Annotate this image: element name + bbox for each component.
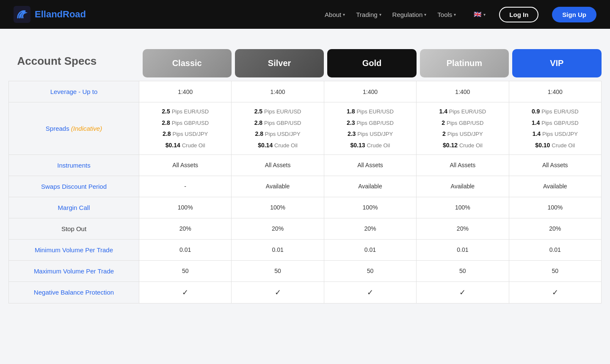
row-label-8: Negative Balance Protection xyxy=(9,281,139,303)
row-label-0: Leverage - Up to xyxy=(9,81,139,102)
spread-number: 1.4 xyxy=(533,130,541,137)
gold-column-header[interactable]: Gold xyxy=(327,49,416,77)
login-button[interactable]: Log In xyxy=(499,7,538,22)
spread-number: 2.8 xyxy=(162,119,170,126)
spread-number: 2.3 xyxy=(348,130,356,137)
nav-about[interactable]: About ▾ xyxy=(320,8,349,21)
cell-r0-c4: 1:400 xyxy=(509,81,601,102)
cell-r0-c2: 1:400 xyxy=(324,81,416,102)
cell-r3-c4: Available xyxy=(509,176,601,197)
cell-r4-c3: 100% xyxy=(417,197,509,218)
nav-trading[interactable]: Trading ▾ xyxy=(352,8,385,21)
table-row: Swaps Discount Period-AvailableAvailable… xyxy=(9,176,602,197)
navbar: EllandRoad About ▾ Trading ▾ Regulation … xyxy=(0,0,610,29)
cell-r0-c3: 1:400 xyxy=(417,81,509,102)
spread-number: 2.5 xyxy=(162,108,170,115)
row-label-2: Instruments xyxy=(9,154,139,176)
table-row: Maximum Volume Per Trade5050505050 xyxy=(9,260,602,281)
classic-column-header[interactable]: Classic xyxy=(143,49,232,77)
table-row: Minimum Volume Per Trade0.010.010.010.01… xyxy=(9,239,602,260)
spread-label: Pips USD/JPY xyxy=(172,131,208,137)
cell-r7-c4: 50 xyxy=(509,260,601,281)
checkmark-icon: ✓ xyxy=(275,288,281,297)
spread-number: 2 xyxy=(442,119,445,126)
cell-r2-c3: All Assets xyxy=(417,154,509,176)
chevron-down-icon: ▾ xyxy=(454,12,456,17)
spread-label: Pips GBP/USD xyxy=(356,120,393,126)
cell-spreads-c2: 1.8 Pips EUR/USD2.3 Pips GBP/USD2.3 Pips… xyxy=(324,102,416,155)
spread-label: Pips EUR/USD xyxy=(449,108,486,115)
spread-number: $0.13 xyxy=(351,142,365,149)
spread-label: Pips EUR/USD xyxy=(264,108,301,115)
cell-r6-c4: 0.01 xyxy=(509,239,601,260)
chevron-down-icon: ▾ xyxy=(343,12,345,17)
checkmark-icon: ✓ xyxy=(182,288,188,297)
logo-text: EllandRoad xyxy=(35,9,86,20)
cell-check-c4: ✓ xyxy=(509,281,601,303)
spread-label: Pips EUR/USD xyxy=(541,108,578,115)
spread-label: Pips USD/JPY xyxy=(447,131,483,137)
spread-number: 2.8 xyxy=(255,130,263,137)
row-label-3: Swaps Discount Period xyxy=(9,176,139,197)
table-row: Negative Balance Protection✓✓✓✓✓ xyxy=(9,281,602,303)
spread-label: Pips USD/JPY xyxy=(357,131,393,137)
spread-number: $0.12 xyxy=(443,142,458,149)
spread-label: Pips EUR/USD xyxy=(356,108,393,115)
nav-tools[interactable]: Tools ▾ xyxy=(433,8,460,21)
language-selector[interactable]: 🇬🇧 ▾ xyxy=(474,11,486,18)
cell-r3-c0: - xyxy=(139,176,232,197)
nav-regulation[interactable]: Regulation ▾ xyxy=(388,8,431,21)
cell-r4-c1: 100% xyxy=(232,197,324,218)
vip-column-header[interactable]: VIP xyxy=(512,49,601,77)
row-label-6: Minimum Volume Per Trade xyxy=(9,239,139,260)
spread-number: 2.5 xyxy=(254,108,262,115)
checkmark-icon: ✓ xyxy=(459,288,466,297)
cell-r7-c0: 50 xyxy=(139,260,232,281)
cell-check-c0: ✓ xyxy=(139,281,232,303)
spread-number: $0.14 xyxy=(166,142,180,149)
cell-check-c2: ✓ xyxy=(324,281,416,303)
cell-r3-c1: Available xyxy=(232,176,324,197)
spread-number: 1.4 xyxy=(439,108,447,115)
spread-label: Pips USD/JPY xyxy=(265,131,301,137)
spread-label: Pips EUR/USD xyxy=(172,108,209,115)
spread-number: 0.9 xyxy=(532,108,540,115)
silver-column-header[interactable]: Silver xyxy=(235,49,324,77)
spread-number: $0.14 xyxy=(258,142,273,149)
platinum-column-header[interactable]: Platinum xyxy=(420,49,509,77)
cell-r6-c3: 0.01 xyxy=(417,239,509,260)
row-label-4: Margin Call xyxy=(9,197,139,218)
spread-number: 1.4 xyxy=(532,119,540,126)
cell-r5-c3: 20% xyxy=(417,218,509,239)
signup-button[interactable]: Sign Up xyxy=(552,7,596,22)
row-label-1: Spreads (Indicative) xyxy=(9,102,139,155)
cell-r2-c4: All Assets xyxy=(509,154,601,176)
table-row: Spreads (Indicative)2.5 Pips EUR/USD2.8 … xyxy=(9,102,602,155)
spread-label: Pips GBP/USD xyxy=(447,120,483,126)
page-title: Account Specs xyxy=(13,50,97,76)
cell-spreads-c3: 1.4 Pips EUR/USD2 Pips GBP/USD2 Pips USD… xyxy=(417,102,509,155)
cell-r6-c2: 0.01 xyxy=(324,239,416,260)
cell-r6-c1: 0.01 xyxy=(232,239,324,260)
spread-label: Pips USD/JPY xyxy=(542,131,578,137)
cell-r5-c1: 20% xyxy=(232,218,324,239)
checkmark-icon: ✓ xyxy=(367,288,373,297)
spread-number: 2.3 xyxy=(347,119,355,126)
row-label-7: Maximum Volume Per Trade xyxy=(9,260,139,281)
spread-label: Pips GBP/USD xyxy=(264,120,301,126)
cell-r4-c4: 100% xyxy=(509,197,601,218)
cell-check-c3: ✓ xyxy=(417,281,509,303)
cell-r5-c4: 20% xyxy=(509,218,601,239)
cell-r0-c0: 1:400 xyxy=(139,81,232,102)
chevron-down-icon: ▾ xyxy=(379,12,381,17)
cell-r7-c1: 50 xyxy=(232,260,324,281)
svg-rect-0 xyxy=(14,6,30,23)
logo[interactable]: EllandRoad xyxy=(14,6,86,23)
account-specs-table: Account Specs Classic Silver Gold Platin… xyxy=(8,46,602,303)
spread-number: 1.8 xyxy=(347,108,355,115)
cell-r4-c2: 100% xyxy=(324,197,416,218)
cell-r5-c2: 20% xyxy=(324,218,416,239)
cell-r0-c1: 1:400 xyxy=(232,81,324,102)
table-row: Margin Call100%100%100%100%100% xyxy=(9,197,602,218)
flag-icon: 🇬🇧 xyxy=(474,11,482,18)
